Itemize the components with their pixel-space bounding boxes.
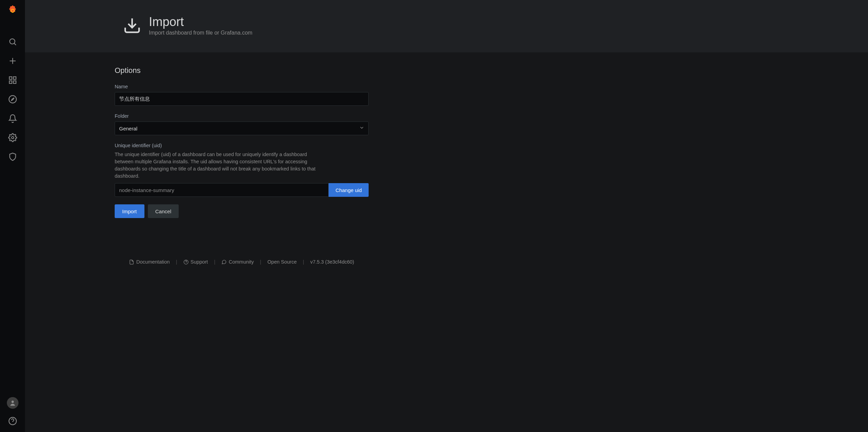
import-button[interactable]: Import <box>115 204 144 218</box>
svg-point-1 <box>10 39 15 44</box>
footer-version: v7.5.3 (3e3cf4dc60) <box>310 259 354 265</box>
chat-icon <box>221 259 227 265</box>
footer-opensource-link[interactable]: Open Source <box>267 259 296 265</box>
footer-support-label: Support <box>191 259 208 265</box>
shield-icon[interactable] <box>8 152 17 162</box>
page-subtitle: Import dashboard from file or Grafana.co… <box>149 30 252 36</box>
configuration-icon[interactable] <box>8 133 17 142</box>
svg-point-12 <box>11 401 14 403</box>
footer: Documentation | Support | Community | Op… <box>115 259 369 269</box>
cancel-button[interactable]: Cancel <box>148 204 179 218</box>
name-field: Name <box>115 84 369 106</box>
change-uid-button[interactable]: Change uid <box>329 183 369 197</box>
alerting-icon[interactable] <box>8 114 17 123</box>
folder-select[interactable] <box>115 122 369 135</box>
footer-support-link[interactable]: Support <box>183 259 208 265</box>
footer-community-link[interactable]: Community <box>221 259 254 265</box>
page-title: Import <box>149 14 252 29</box>
search-icon[interactable] <box>8 37 17 47</box>
footer-community-label: Community <box>229 259 254 265</box>
page-header: Import Import dashboard from file or Gra… <box>25 0 868 52</box>
section-title: Options <box>115 66 369 75</box>
folder-field: Folder <box>115 113 369 135</box>
svg-rect-7 <box>9 81 12 84</box>
svg-point-9 <box>9 96 16 103</box>
footer-documentation-label: Documentation <box>136 259 170 265</box>
folder-label: Folder <box>115 113 369 119</box>
question-icon <box>183 259 189 265</box>
svg-line-2 <box>14 43 16 45</box>
user-avatar[interactable] <box>7 397 18 409</box>
plus-icon[interactable] <box>8 56 17 66</box>
svg-rect-6 <box>13 77 16 79</box>
sidebar <box>0 0 25 432</box>
dashboards-icon[interactable] <box>8 75 17 85</box>
name-input[interactable] <box>115 92 369 106</box>
explore-icon[interactable] <box>8 94 17 104</box>
uid-input <box>115 183 329 197</box>
svg-marker-10 <box>11 98 14 101</box>
grafana-logo[interactable] <box>7 4 19 16</box>
footer-opensource-label: Open Source <box>267 259 296 265</box>
svg-point-11 <box>11 137 14 139</box>
uid-label: Unique identifier (uid) <box>115 143 369 148</box>
uid-help: The unique identifier (uid) of a dashboa… <box>115 151 320 180</box>
main: Import Import dashboard from file or Gra… <box>25 0 868 432</box>
name-label: Name <box>115 84 369 89</box>
svg-rect-8 <box>13 81 16 84</box>
footer-documentation-link[interactable]: Documentation <box>129 259 170 265</box>
uid-field: Unique identifier (uid) The unique ident… <box>115 143 369 197</box>
import-icon <box>123 16 141 35</box>
help-icon[interactable] <box>8 416 17 426</box>
document-icon <box>129 259 134 265</box>
svg-rect-5 <box>9 77 12 79</box>
